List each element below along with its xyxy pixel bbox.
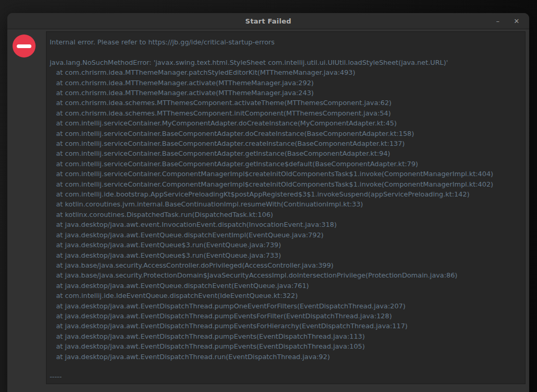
error-output-pane[interactable]: Internal error. Please refer to https://… [46,31,525,384]
start-failed-dialog: Start Failed – ✕ Internal error. Please … [7,13,529,392]
no-entry-bar [17,44,31,48]
minimize-button[interactable]: – [493,16,503,27]
window-title: Start Failed [245,17,291,25]
stack-trace: java.lang.NoSuchMethodError: 'javax.swin… [50,57,522,362]
error-message: Internal error. Please refer to https://… [50,37,522,47]
jre-info: Your JRE: 17.0.12+7-b1000.54 amd64 (JetB… [50,382,522,384]
dialog-content: Internal error. Please refer to https://… [7,30,529,392]
no-entry-error-icon [13,34,36,57]
titlebar[interactable]: Start Failed – ✕ [7,13,529,29]
trace-separator: ----- [50,372,522,382]
window-controls: – ✕ [493,13,522,29]
close-button[interactable]: ✕ [511,16,522,27]
